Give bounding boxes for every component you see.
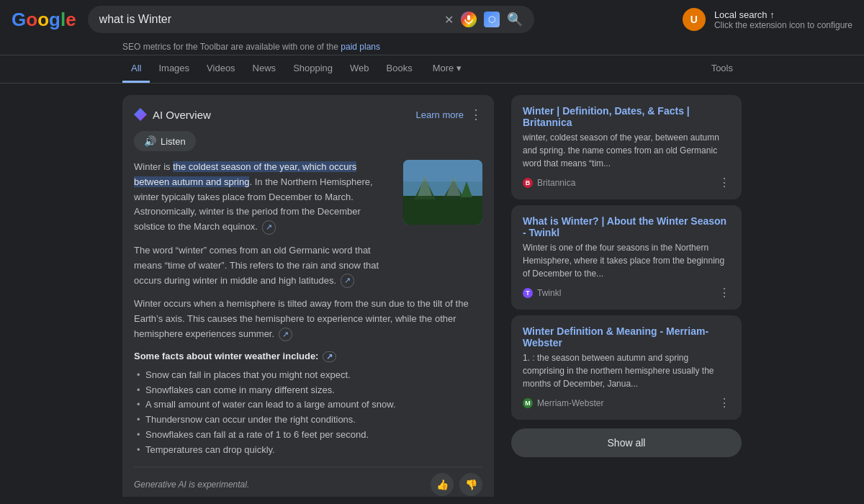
cite-link-1[interactable]: ↗	[262, 220, 276, 235]
search-icons: ✕ ⬡ 🔍	[444, 12, 523, 27]
tab-books[interactable]: Books	[378, 55, 421, 83]
twinkl-favicon: T	[523, 288, 533, 298]
ai-diamond-icon	[134, 108, 147, 121]
ai-footer: Generative AI is experimental. 👍 👎	[134, 467, 482, 496]
source-info-2: T Twinkl	[523, 288, 561, 298]
result-title-1[interactable]: Winter | Definition, Dates, & Facts | Br…	[523, 105, 730, 128]
seo-bar: SEO metrics for the Toolbar are availabl…	[0, 39, 864, 55]
tab-shopping[interactable]: Shopping	[284, 55, 341, 83]
ai-paragraph-1: Winter is the coldest season of the year…	[134, 160, 392, 235]
result-2-more-icon[interactable]: ⋮	[719, 286, 730, 300]
svg-rect-3	[403, 196, 482, 225]
merriam-favicon: M	[523, 398, 533, 408]
tab-images[interactable]: Images	[150, 55, 198, 83]
tab-videos[interactable]: Videos	[198, 55, 244, 83]
result-source-3: M Merriam-Webster ⋮	[523, 396, 730, 410]
lens-button[interactable]: ⬡	[484, 12, 500, 27]
listen-button[interactable]: 🔊 Listen	[134, 131, 196, 151]
fact-item-5: Snowflakes can fall at a rate of 1 to 6 …	[134, 428, 482, 443]
ai-overview-title: AI Overview	[134, 108, 211, 121]
ai-winter-image	[403, 160, 482, 225]
header-right: U Local search ↑ Click the extension ico…	[683, 8, 852, 31]
result-title-2[interactable]: What is Winter? | About the Winter Seaso…	[523, 215, 730, 238]
result-1-more-icon[interactable]: ⋮	[719, 176, 730, 189]
avatar[interactable]: U	[683, 8, 706, 31]
right-panel: Winter | Definition, Dates, & Facts | Br…	[511, 95, 742, 497]
britannica-source-name: Britannica	[537, 178, 575, 188]
voice-search-button[interactable]	[461, 12, 477, 27]
result-card-3: Winter Definition & Meaning - Merriam-We…	[511, 315, 742, 420]
paid-plans-link[interactable]: paid plans	[341, 42, 380, 52]
overflow-menu-icon[interactable]: ⋮	[469, 107, 482, 122]
result-title-3[interactable]: Winter Definition & Meaning - Merriam-We…	[523, 325, 730, 348]
twinkl-source-name: Twinkl	[537, 288, 561, 298]
local-search-title: Local search ↑	[714, 9, 852, 20]
seo-text: SEO metrics for the Toolbar are availabl…	[122, 42, 338, 52]
left-panel: AI Overview Learn more ⋮ 🔊 Listen Winter…	[122, 95, 494, 497]
svg-rect-11	[403, 160, 482, 181]
facts-list: Snow can fall in places that you might n…	[134, 368, 482, 458]
main-content: AI Overview Learn more ⋮ 🔊 Listen Winter…	[0, 84, 864, 504]
local-search-sub: Click the extension icon to configure	[714, 20, 852, 30]
result-snippet-1: winter, coldest season of the year, betw…	[523, 131, 730, 170]
fact-item-4: Thundersnow can occur under the right co…	[134, 413, 482, 428]
merriam-source-name: Merriam-Webster	[537, 398, 603, 408]
cite-link-2[interactable]: ↗	[341, 274, 354, 288]
header: Google ✕ ⬡ 🔍 U	[0, 0, 864, 39]
search-input[interactable]	[99, 13, 438, 26]
result-3-more-icon[interactable]: ⋮	[719, 396, 730, 410]
result-snippet-3: 1. : the season between autumn and sprin…	[523, 351, 730, 390]
britannica-favicon: B	[523, 178, 533, 188]
lens-icon: ⬡	[484, 12, 500, 27]
thumbs-up-button[interactable]: 👍	[431, 473, 454, 496]
para1-before: Winter is	[134, 161, 173, 172]
source-info-3: M Merriam-Webster	[523, 398, 603, 408]
google-logo: Google	[12, 9, 76, 31]
fact-item-3: A small amount of water can lead to a la…	[134, 397, 482, 413]
source-info-1: B Britannica	[523, 178, 575, 188]
result-source-2: T Twinkl ⋮	[523, 286, 730, 300]
ai-title-text: AI Overview	[153, 109, 211, 121]
fact-item-2: Snowflakes can come in many different si…	[134, 383, 482, 398]
clear-button[interactable]: ✕	[444, 13, 454, 27]
thumbs-down-button[interactable]: 👎	[459, 473, 482, 496]
ai-paragraph-3: Winter occurs when a hemisphere is tilte…	[134, 297, 482, 341]
facts-heading: Some facts about winter weather include:…	[134, 351, 482, 362]
tab-more[interactable]: More ▾	[424, 55, 470, 83]
result-card-1: Winter | Definition, Dates, & Facts | Br…	[511, 95, 742, 199]
show-all-button[interactable]: Show all	[511, 428, 742, 457]
tab-tools[interactable]: Tools	[703, 55, 742, 83]
search-bar: ✕ ⬡ 🔍	[88, 6, 534, 33]
cite-link-3[interactable]: ↗	[279, 328, 292, 342]
ai-overview-header: AI Overview Learn more ⋮	[134, 107, 482, 122]
nav-tabs: All Images Videos News Shopping Web Book…	[0, 55, 864, 84]
search-submit-button[interactable]: 🔍	[507, 12, 523, 27]
local-search-info: Local search ↑ Click the extension icon …	[714, 9, 852, 30]
tab-web[interactable]: Web	[341, 55, 378, 83]
fact-item-6: Temperatures can drop quickly.	[134, 443, 482, 458]
svg-rect-0	[467, 15, 470, 20]
ai-text: Winter is the coldest season of the year…	[134, 160, 392, 297]
feedback-buttons: 👍 👎	[431, 473, 482, 496]
cite-link-facts[interactable]: ↗	[323, 351, 336, 362]
fact-item-1: Snow can fall in places that you might n…	[134, 368, 482, 383]
mic-icon	[461, 12, 477, 27]
result-source-1: B Britannica ⋮	[523, 176, 730, 189]
listen-label: Listen	[161, 136, 186, 147]
learn-more-button[interactable]: Learn more	[416, 109, 464, 120]
ai-header-right: Learn more ⋮	[416, 107, 482, 122]
result-snippet-2: Winter is one of the four seasons in the…	[523, 241, 730, 280]
ai-overview: AI Overview Learn more ⋮ 🔊 Listen Winter…	[122, 95, 494, 497]
ai-content-area: Winter is the coldest season of the year…	[134, 160, 482, 297]
more-label: More	[433, 63, 454, 73]
generative-note: Generative AI is experimental.	[134, 480, 249, 490]
result-card-2: What is Winter? | About the Winter Seaso…	[511, 205, 742, 310]
speaker-icon: 🔊	[144, 135, 156, 147]
tab-all[interactable]: All	[122, 55, 150, 83]
search-icon: 🔍	[507, 12, 523, 27]
tab-news[interactable]: News	[244, 55, 285, 83]
ai-paragraph-2: The word “winter” comes from an old Germ…	[134, 243, 392, 288]
